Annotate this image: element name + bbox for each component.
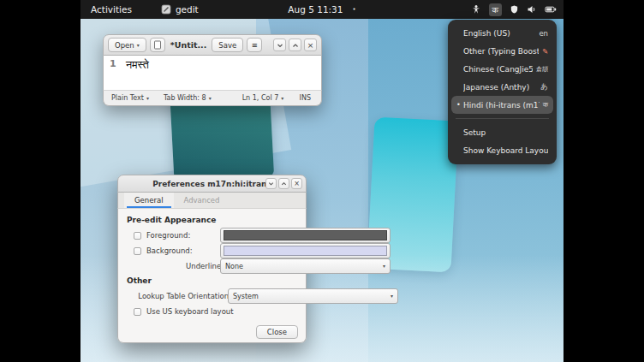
section-other: Other [127,276,297,285]
top-bar: Activities gedit Aug 5 11:31 • क [80,0,564,19]
close-button[interactable]: × [291,178,302,189]
hamburger-icon: ≡ [252,41,258,50]
preferences-dialog: Preferences m17n:hi:itrans × General [117,175,307,343]
menu-item-label: Japanese (Anthy) [463,83,537,92]
chevron-down-icon [277,42,283,49]
insert-mode-indicator: INS [300,94,311,102]
tab-width-menubutton[interactable]: Tab Width: 8 ▾ [164,94,212,102]
chevron-up-icon [281,181,287,187]
chevron-up-icon [292,42,299,49]
tab-general[interactable]: General [124,193,174,208]
preferences-tabs: General Advanced [117,193,307,209]
menu-item-japanese-anthy[interactable]: Japanese (Anthy) あ [451,78,553,96]
text-editor-area[interactable]: 1 नमस्ते [103,56,322,90]
maximize-button[interactable] [289,39,301,51]
foreground-color-button[interactable] [220,228,391,243]
section-preedit-appearance: Pre-edit Appearance [127,216,297,224]
cursor-position-menubutton[interactable]: Ln 1, Col 7 ▾ [242,94,284,102]
tab-width-label: Tab Width: 8 [164,94,206,102]
menu-item-setup[interactable]: Setup [451,123,553,141]
minimize-button[interactable] [265,178,277,189]
us-keyboard-label: Use US keyboard layout [146,307,234,316]
new-document-button[interactable] [150,38,165,52]
menu-item-label: Show Keyboard Layout [463,146,548,155]
input-source-badge: 倉頡 [536,65,548,74]
lookup-orientation-row: Lookup Table Orientation: System ▾ [127,288,297,304]
battery-icon[interactable] [545,4,557,15]
menu-item-typing-booster[interactable]: Other (Typing Booster) ✎ [451,42,553,60]
background-checkbox[interactable] [134,247,141,255]
close-dialog-button[interactable]: Close [256,325,298,339]
underline-label: Underline: [134,262,224,270]
cursor-position-label: Ln 1, Col 7 [242,94,279,102]
menu-item-label: Other (Typing Booster) [463,47,539,56]
background-color-button[interactable] [220,243,391,258]
window-controls: × [265,178,302,189]
us-keyboard-row: Use US keyboard layout [127,304,297,319]
new-document-icon [153,40,162,50]
close-icon: × [294,180,300,187]
underline-value: None [225,263,243,270]
lookup-orientation-dropdown[interactable]: System ▾ [228,288,398,304]
foreground-label: Foreground: [146,231,190,240]
gedit-window: Open ▾ *Untit... Save ≡ [103,34,322,106]
chevron-down-icon: ▾ [391,294,393,299]
app-menu-button[interactable]: gedit [161,4,199,15]
preferences-header-bar: Preferences m17n:hi:itrans × [117,175,307,193]
menu-item-english-us[interactable]: English (US) en [451,24,553,42]
chevron-down-icon: ▾ [281,96,283,101]
insert-mode-label: INS [300,94,311,102]
maximize-button[interactable] [278,178,289,189]
input-source-badge: क [543,100,548,110]
menu-item-label: Hindi (hi-itrans (m17n)) [463,101,540,110]
preferences-footer: Close [117,321,307,343]
minimize-button[interactable] [273,39,286,51]
tab-advanced[interactable]: Advanced [174,193,230,208]
notification-dot-icon: • [352,6,355,13]
chevron-down-icon: ▾ [137,43,140,48]
volume-icon[interactable] [527,4,537,15]
input-source-badge: あ [540,82,548,92]
system-tray: क [471,0,558,19]
foreground-checkbox[interactable] [134,232,141,240]
menu-item-label: Setup [463,128,548,137]
chevron-down-icon: ▾ [209,96,212,101]
gedit-status-bar: Plain Text ▾ Tab Width: 8 ▾ Ln 1, Col 7 … [103,90,322,106]
underline-row: Underline: None ▾ [127,258,297,274]
foreground-color-swatch [224,230,387,240]
menu-separator [456,118,549,119]
chevron-down-icon: ▾ [383,264,385,269]
open-button[interactable]: Open ▾ [108,38,146,52]
background-label: Background: [146,246,193,255]
pencil-icon: ✎ [542,47,548,56]
chevron-down-icon: ▾ [146,96,149,101]
save-button[interactable]: Save [212,38,243,52]
doc-type-menubutton[interactable]: Plain Text ▾ [111,94,149,102]
menu-item-label: Chinese (CangJie5) [463,65,533,74]
menu-item-label: English (US) [463,29,535,38]
document-title: *Untit... [170,40,207,50]
menu-item-chinese-cangjie[interactable]: Chinese (CangJie5) 倉頡 [451,60,553,78]
menu-item-show-keyboard-layout[interactable]: Show Keyboard Layout [451,141,553,159]
gedit-header-bar: Open ▾ *Untit... Save ≡ [103,34,322,56]
activities-button[interactable]: Activities [91,4,132,15]
shield-icon[interactable] [510,4,519,15]
close-dialog-label: Close [267,328,287,336]
menu-item-hindi-itrans[interactable]: • Hindi (hi-itrans (m17n)) क [451,96,553,114]
underline-dropdown[interactable]: None ▾ [220,258,391,274]
preferences-body: Pre-edit Appearance Foreground: Backgrou… [117,209,307,321]
input-method-indicator[interactable]: क [489,3,503,16]
document-text: नमस्ते [126,58,149,90]
save-button-label: Save [218,41,236,50]
clock-area[interactable]: Aug 5 11:31 • [288,4,355,15]
open-button-label: Open [115,41,134,50]
us-keyboard-checkbox[interactable] [134,308,141,316]
accessibility-icon[interactable] [471,4,481,15]
close-button[interactable]: × [304,39,317,51]
background-color-swatch [224,246,387,256]
close-icon: × [307,41,314,50]
lookup-orientation-value: System [233,293,259,300]
input-source-badge: en [539,29,548,38]
hamburger-menu-button[interactable]: ≡ [247,38,262,52]
preferences-title: Preferences m17n:hi:itrans [152,180,271,188]
